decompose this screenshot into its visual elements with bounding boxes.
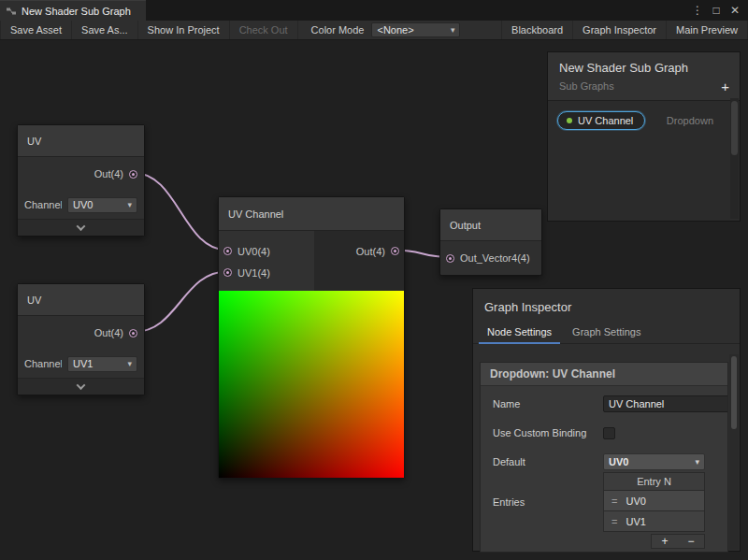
toolbar-right-group: Blackboard Graph Inspector Main Preview	[501, 21, 748, 39]
uv-bottom-collapse-button[interactable]	[18, 378, 144, 395]
chevron-down-icon: ▾	[451, 25, 455, 35]
graph-canvas[interactable]: UV Out(4) Channel UV0 ▾ UV Out(4)	[0, 40, 748, 560]
uv-channel-in1-label: UV1(4)	[237, 267, 270, 279]
uv-top-channel-value: UV0	[73, 199, 93, 210]
collapse-chevron-icon	[77, 381, 86, 390]
graph-inspector-panel: Graph Inspector Node Settings Graph Sett…	[472, 288, 741, 552]
wire-uv1[interactable]	[135, 272, 227, 333]
dropdown-settings-section: Dropdown: UV Channel Name Use Custom Bin…	[480, 362, 728, 553]
show-in-project-button[interactable]: Show In Project	[138, 21, 230, 39]
check-out-button: Check Out	[230, 21, 298, 39]
entry-row-uv0[interactable]: = UV0	[603, 491, 705, 511]
subgraph-icon	[6, 6, 17, 17]
uv-channel-out-label: Out(4)	[356, 246, 385, 257]
inspector-body: Dropdown: UV Channel Name Use Custom Bin…	[480, 354, 728, 551]
uv-channel-in0-label: UV0(4)	[237, 246, 270, 257]
drag-handle-icon[interactable]: =	[611, 516, 617, 527]
maximize-icon[interactable]: □	[707, 0, 726, 21]
more-menu-icon[interactable]: ⋮	[688, 0, 707, 21]
section-title: Dropdown: UV Channel	[481, 363, 727, 386]
name-input[interactable]	[603, 395, 728, 412]
tab-bar: New Shader Sub Graph ⋮ □ ✕	[0, 0, 748, 21]
graph-inspector-title: Graph Inspector	[473, 289, 740, 320]
wire-uv0[interactable]	[135, 173, 227, 251]
window-controls: ⋮ □ ✕	[688, 0, 748, 21]
save-asset-button[interactable]: Save Asset	[0, 21, 72, 39]
output-node[interactable]: Output Out_Vector4(4)	[439, 208, 542, 276]
uv-channel-outputs: Out(4)	[314, 231, 404, 291]
color-mode-value: <None>	[377, 24, 413, 36]
shader-graph-window: New Shader Sub Graph ⋮ □ ✕ Save Asset Sa…	[0, 0, 748, 560]
blackboard-item-uv-channel[interactable]: UV Channel	[557, 111, 645, 130]
collapse-chevron-icon	[77, 222, 86, 231]
output-in-label: Out_Vector4(4)	[460, 252, 530, 264]
uv-top-channel-label: Channel	[24, 199, 62, 210]
blackboard-item-label: UV Channel	[578, 115, 633, 126]
blackboard-panel: New Shader Sub Graph Sub Graphs + UV Cha…	[547, 51, 741, 222]
entries-label: Entries	[493, 496, 603, 508]
default-dropdown[interactable]: UV0 ▾	[603, 453, 705, 470]
tab-new-shader-sub-graph[interactable]: New Shader Sub Graph	[0, 0, 146, 21]
inspector-scroll-thumb[interactable]	[731, 356, 737, 429]
entry-label: UV1	[626, 516, 645, 527]
uv-channel-node-title[interactable]: UV Channel	[219, 197, 404, 231]
uv-channel-output-port[interactable]	[391, 247, 399, 255]
uv-channel-input-port-uv1[interactable]	[223, 268, 232, 277]
uv-bottom-channel-dropdown[interactable]: UV1 ▾	[67, 356, 137, 372]
uv-bottom-output-port[interactable]	[129, 329, 137, 337]
uv-preview	[219, 291, 404, 478]
uv-node-bottom[interactable]: UV Out(4) Channel UV1 ▾	[17, 283, 145, 395]
color-mode-label: Color Mode	[298, 21, 372, 39]
uv-bottom-out-label: Out(4)	[94, 327, 123, 338]
uv-node-top-title[interactable]: UV	[18, 125, 144, 157]
save-as-button[interactable]: Save As...	[72, 21, 138, 39]
add-property-button[interactable]: +	[721, 79, 729, 93]
use-custom-binding-checkbox[interactable]	[603, 427, 615, 439]
toolbar: Save Asset Save As... Show In Project Ch…	[0, 21, 748, 40]
uv-top-channel-dropdown[interactable]: UV0 ▾	[67, 197, 137, 213]
entries-list-header: Entry N	[603, 472, 705, 491]
uv-top-collapse-button[interactable]	[18, 219, 144, 236]
entries-list: Entry N = UV0 = UV1	[603, 472, 705, 532]
drag-handle-icon[interactable]: =	[611, 495, 617, 507]
uv-bottom-channel-label: Channel	[24, 358, 62, 369]
uv-node-bottom-title[interactable]: UV	[18, 284, 144, 316]
inspector-scrollbar[interactable]	[729, 354, 739, 550]
output-input-port[interactable]	[446, 254, 454, 263]
default-label: Default	[493, 456, 603, 467]
chevron-down-icon: ▾	[127, 359, 132, 368]
color-mode-dropdown[interactable]: <None> ▾	[371, 22, 460, 37]
blackboard-title: New Shader Sub Graph	[559, 61, 728, 75]
output-node-title[interactable]: Output	[440, 209, 541, 241]
blackboard-scroll-thumb[interactable]	[731, 101, 738, 155]
uv-bottom-channel-value: UV1	[73, 358, 93, 369]
blackboard-item-row: UV Channel Dropdown	[548, 101, 740, 130]
blackboard-toggle-button[interactable]: Blackboard	[501, 21, 572, 39]
use-custom-binding-label: Use Custom Binding	[493, 427, 603, 438]
graph-inspector-toggle-button[interactable]: Graph Inspector	[572, 21, 666, 39]
entry-row-uv1[interactable]: = UV1	[603, 511, 705, 532]
uv-channel-input-port-uv0[interactable]	[223, 247, 232, 255]
tab-title: New Shader Sub Graph	[22, 6, 131, 17]
main-preview-toggle-button[interactable]: Main Preview	[666, 21, 748, 39]
uv-node-top[interactable]: UV Out(4) Channel UV0 ▾	[17, 124, 145, 237]
remove-entry-button[interactable]: −	[687, 535, 694, 548]
blackboard-scrollbar[interactable]	[730, 98, 739, 219]
tab-node-settings[interactable]: Node Settings	[477, 320, 562, 343]
blackboard-subtitle: Sub Graphs	[559, 80, 728, 92]
default-value: UV0	[609, 456, 628, 467]
entry-label: UV0	[626, 495, 645, 507]
blackboard-item-type: Dropdown	[667, 115, 713, 126]
uv-top-out-label: Out(4)	[94, 168, 123, 179]
close-icon[interactable]: ✕	[726, 0, 744, 21]
chevron-down-icon: ▾	[695, 457, 699, 467]
inspector-tabs: Node Settings Graph Settings	[473, 320, 740, 344]
uv-channel-inputs: UV0(4) UV1(4)	[219, 231, 314, 291]
uv-top-output-port[interactable]	[129, 170, 137, 179]
tab-graph-settings[interactable]: Graph Settings	[562, 320, 651, 343]
name-label: Name	[493, 398, 603, 409]
exposed-dot-icon	[567, 118, 572, 123]
entries-list-toolbar: + −	[651, 534, 705, 549]
add-entry-button[interactable]: +	[661, 535, 668, 548]
uv-channel-node[interactable]: UV Channel UV0(4) UV1(4) Out(4)	[218, 196, 405, 479]
